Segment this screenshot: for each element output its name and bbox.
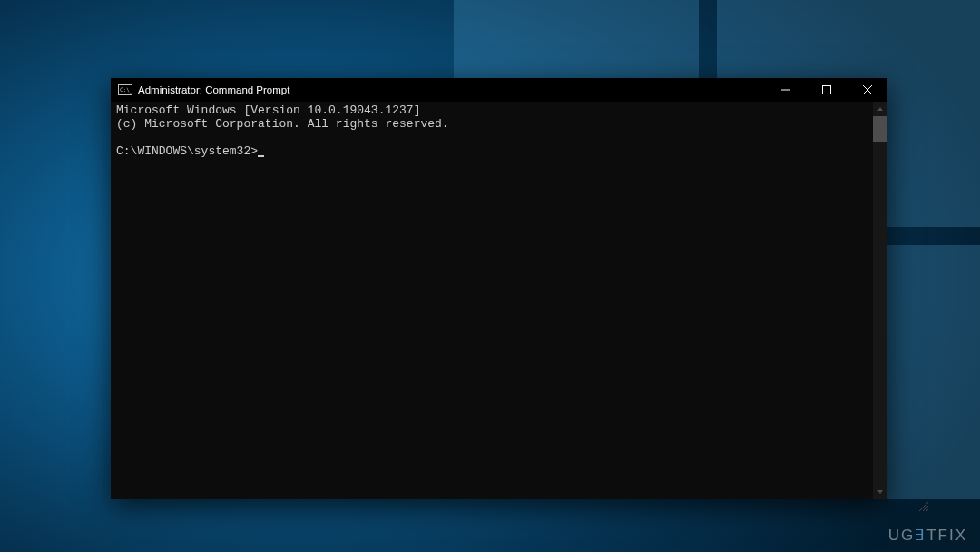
svg-line-8	[926, 509, 928, 511]
command-prompt-window: Administrator: Command Prompt Microsoft …	[111, 78, 887, 499]
terminal-cursor	[258, 155, 264, 157]
minimize-button[interactable]	[765, 78, 806, 102]
window-controls	[765, 78, 887, 102]
svg-marker-4	[877, 107, 883, 111]
watermark-part: Ǝ	[915, 527, 926, 544]
maximize-button[interactable]	[806, 78, 847, 102]
minimize-icon	[781, 85, 790, 94]
scrollbar-up-button[interactable]	[873, 102, 887, 116]
cmd-icon	[118, 84, 132, 95]
scrollbar-track[interactable]	[873, 102, 887, 499]
terminal-line: Microsoft Windows [Version 10.0.19043.12…	[116, 104, 420, 117]
close-button[interactable]	[847, 78, 887, 102]
close-icon	[863, 85, 872, 94]
maximize-icon	[822, 85, 831, 94]
chevron-up-icon	[877, 105, 884, 113]
watermark-part: UG	[888, 527, 916, 544]
terminal-line: (c) Microsoft Corporation. All rights re…	[116, 117, 449, 131]
window-titlebar[interactable]: Administrator: Command Prompt	[111, 78, 887, 102]
resize-grip[interactable]	[875, 487, 886, 498]
resize-grip-icon	[917, 500, 928, 511]
svg-rect-1	[822, 86, 830, 94]
terminal-output[interactable]: Microsoft Windows [Version 10.0.19043.12…	[111, 102, 887, 499]
watermark-text: UGƎTFIX	[888, 526, 967, 545]
scrollbar-thumb[interactable]	[873, 116, 887, 142]
window-title: Administrator: Command Prompt	[138, 84, 765, 95]
watermark-part: TFIX	[926, 527, 967, 544]
terminal-prompt: C:\WINDOWS\system32>	[116, 144, 258, 158]
